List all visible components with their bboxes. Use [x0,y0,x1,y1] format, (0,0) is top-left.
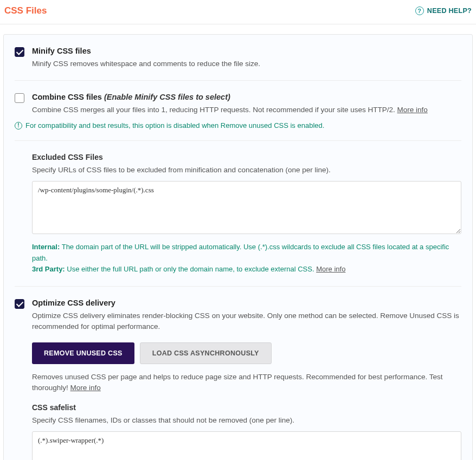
combine-desc: Combine CSS merges all your files into 1… [32,105,461,115]
need-help-link[interactable]: NEED HELP? [415,7,472,15]
combine-title: Combine CSS files (Enable Minify CSS fil… [32,93,461,101]
excluded-desc: Specify URLs of CSS files to be excluded… [32,165,461,176]
tab-remove-unused-css[interactable]: REMOVE UNUSED CSS [32,342,134,364]
combine-checkbox[interactable] [15,93,24,103]
combine-option: Combine CSS files (Enable Minify CSS fil… [15,81,461,140]
optimize-option: Optimize CSS delivery Optimize CSS deliv… [15,286,461,460]
safelist-textarea[interactable] [32,431,461,460]
help-label: NEED HELP? [427,7,472,15]
page-title: CSS Files [4,5,47,16]
optimize-desc: Optimize CSS delivery eliminates render-… [32,310,461,333]
optimize-title: Optimize CSS delivery [32,299,461,307]
optimize-checkbox[interactable] [15,299,24,309]
safelist-title: CSS safelist [32,403,461,412]
help-icon [415,7,424,15]
excluded-textarea[interactable] [32,181,461,234]
minify-option: Minify CSS files Minify CSS removes whit… [15,35,461,81]
excluded-section: Excluded CSS Files Specify URLs of CSS f… [15,141,461,287]
excluded-hint: Internal: The domain part of the URL wil… [32,242,461,275]
remove-unused-desc: Removes unused CSS per page and helps to… [32,372,461,394]
excluded-title: Excluded CSS Files [32,153,461,161]
combine-more-link[interactable]: More info [397,106,428,114]
minify-desc: Minify CSS removes whitespace and commen… [32,59,461,69]
minify-title: Minify CSS files [32,47,461,55]
info-icon [15,122,22,129]
tab-load-async[interactable]: LOAD CSS ASYNCHRONOUSLY [140,342,272,364]
minify-checkbox[interactable] [15,47,24,57]
settings-panel: Minify CSS files Minify CSS removes whit… [3,34,473,460]
excluded-more-link[interactable]: More info [316,265,345,273]
optimize-more-link[interactable]: More info [70,384,101,392]
combine-notice: For compatibility and best results, this… [15,121,461,129]
combine-disabled-note: (Enable Minify CSS files to select) [104,93,230,101]
safelist-desc: Specify CSS filenames, IDs or classes th… [32,415,461,426]
optimize-tabs: REMOVE UNUSED CSS LOAD CSS ASYNCHRONOUSL… [32,342,461,364]
